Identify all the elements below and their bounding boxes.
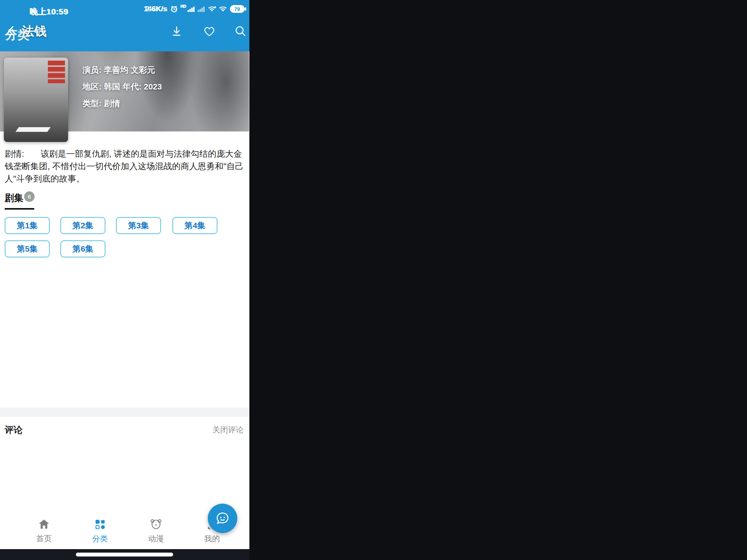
home-indicator[interactable] — [76, 553, 173, 556]
episode-button-6[interactable]: 第6集 — [60, 240, 105, 257]
status-time: 晚上10:59 — [30, 6, 68, 17]
detail-title: 法钱 — [22, 23, 47, 40]
wifi-plus-icon — [207, 5, 216, 12]
info-region-year: 地区: 韩国 年代: 2023 — [82, 78, 162, 95]
chat-bubble-icon — [214, 509, 231, 527]
comments-row: 评论 关闭评论 — [0, 422, 249, 438]
detail-poster — [4, 58, 68, 142]
synopsis-label: 剧情: — [5, 149, 24, 159]
alarm-icon — [170, 5, 178, 13]
heart-icon[interactable] — [203, 24, 216, 38]
nav-label: 我的 — [189, 534, 235, 544]
episodes-label: 剧集 — [5, 192, 23, 203]
episode-button-3[interactable]: 第3集 — [116, 217, 161, 234]
nav-label: 动漫 — [133, 534, 179, 544]
info-type: 类型: 剧情 — [82, 95, 162, 112]
episodes-underline — [5, 208, 34, 210]
info-actors: 演员: 李善均 文彩元 — [82, 61, 162, 78]
episode-button-1[interactable]: 第1集 — [5, 217, 50, 234]
section-separator — [0, 408, 249, 417]
episode-count-badge: 6 — [24, 191, 35, 202]
system-bar — [0, 549, 249, 560]
episode-button-2[interactable]: 第2集 — [60, 217, 105, 234]
network-speed: 2.6K/s — [146, 5, 167, 13]
episode-button-4[interactable]: 第4集 — [172, 217, 217, 234]
download-icon[interactable] — [170, 24, 183, 38]
grid-icon — [94, 518, 106, 530]
home-icon — [38, 518, 50, 530]
synopsis-text: 该剧是一部复仇剧, 讲述的是面对与法律勾结的庞大金钱垄断集团, 不惜付出一切代价… — [5, 149, 244, 184]
close-comments-link[interactable]: 关闭评论 — [212, 425, 244, 435]
detail-screen: 晚上10:59 2.6K/s HD 79 法钱 演员: 李善均 文彩元 地区: … — [0, 0, 249, 560]
detail-header: 法钱 — [0, 21, 249, 42]
synopsis: 剧情:该剧是一部复仇剧, 讲述的是面对与法律勾结的庞大金钱垄断集团, 不惜付出一… — [5, 148, 244, 185]
battery-level: 79 — [234, 6, 240, 12]
search-icon[interactable] — [234, 24, 247, 38]
comments-title: 评论 — [5, 424, 23, 436]
status-icons: 2.6K/s HD 79 — [146, 5, 244, 13]
detail-info: 演员: 李善均 文彩元 地区: 韩国 年代: 2023 类型: 剧情 — [82, 61, 162, 112]
hd-label: HD — [181, 4, 186, 9]
back-icon[interactable] — [5, 24, 19, 38]
nav-home[interactable]: 首页 — [21, 518, 67, 544]
wifi-icon — [218, 5, 227, 12]
status-bar: 晚上10:59 2.6K/s HD 79 — [0, 0, 249, 21]
battery-icon: 79 — [230, 5, 244, 13]
nav-anime[interactable]: 动漫 — [133, 518, 179, 544]
chat-fab[interactable] — [208, 504, 237, 533]
nav-label: 首页 — [21, 534, 67, 544]
episodes-heading: 剧集6 — [5, 191, 35, 204]
nav-label: 分类 — [77, 534, 123, 544]
koala-icon — [150, 518, 162, 530]
signal2-icon — [197, 5, 205, 12]
signal-icon — [187, 5, 195, 12]
nav-category[interactable]: 分类 — [77, 518, 123, 544]
episode-button-5[interactable]: 第5集 — [5, 240, 50, 257]
